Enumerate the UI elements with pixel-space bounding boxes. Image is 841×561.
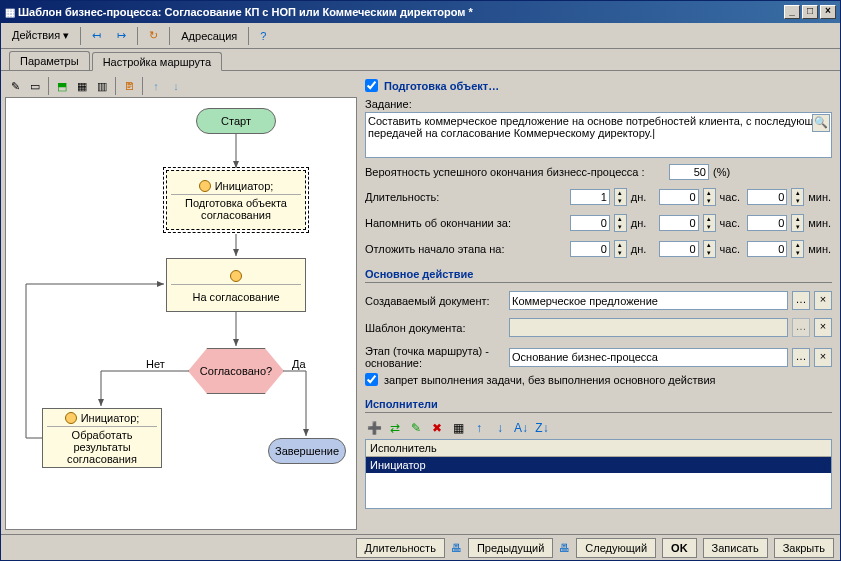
pointer-icon[interactable]: ✎: [6, 77, 24, 95]
prepare-checkbox[interactable]: [365, 79, 378, 92]
task-label: Задание:: [365, 98, 832, 110]
task-textarea[interactable]: Составить коммерческое предложение на ос…: [365, 112, 832, 158]
nav-back-icon[interactable]: ↤: [85, 26, 108, 45]
refresh-icon[interactable]: ↻: [142, 26, 165, 45]
actions-menu[interactable]: Действия ▾: [5, 26, 76, 45]
spinner[interactable]: ▴▾: [703, 188, 716, 206]
tree-icon[interactable]: 🖹: [120, 77, 138, 95]
document-input[interactable]: [509, 291, 788, 310]
sort-asc-icon[interactable]: A↓: [512, 419, 530, 437]
stage-input[interactable]: [509, 348, 788, 367]
node-results[interactable]: Инициатор; Обработать результаты согласо…: [42, 408, 162, 468]
spinner[interactable]: ▴▾: [791, 188, 804, 206]
prepare-label: Подготовка объект…: [384, 80, 499, 92]
spinner[interactable]: ▴▾: [614, 240, 627, 258]
clear-icon[interactable]: ×: [814, 318, 832, 337]
add-node-icon[interactable]: ⬒: [53, 77, 71, 95]
node-decision[interactable]: Согласовано?: [188, 348, 284, 394]
spinner[interactable]: ▴▾: [614, 214, 627, 232]
clear-icon[interactable]: ×: [814, 348, 832, 367]
canvas-toolbar: ✎ ▭ ⬒ ▦ ▥ 🖹 ↑ ↓: [5, 75, 357, 97]
duration-label: Длительность:: [365, 191, 566, 203]
probability-label: Вероятность успешного окончания бизнесс-…: [365, 166, 665, 178]
select-icon[interactable]: ▭: [26, 77, 44, 95]
post-days[interactable]: [570, 241, 610, 257]
executors-toolbar: ➕ ⇄ ✎ ✖ ▦ ↑ ↓ A↓ Z↓: [365, 417, 832, 439]
person-icon: [65, 412, 77, 424]
tab-route[interactable]: Настройка маршрута: [92, 52, 222, 71]
section-main-action: Основное действие: [365, 268, 832, 283]
flow-canvas[interactable]: Старт Инициатор; Подготовка объекта согл…: [5, 97, 357, 530]
arrow-up-icon[interactable]: ↑: [147, 77, 165, 95]
stage-label: Этап (точка маршрута) - основание:: [365, 345, 505, 369]
forbid-checkbox[interactable]: [365, 373, 378, 386]
edit-row-icon[interactable]: ✎: [407, 419, 425, 437]
sort-desc-icon[interactable]: Z↓: [533, 419, 551, 437]
printer-icon: 🖶: [451, 542, 462, 554]
dur-days[interactable]: [570, 189, 610, 205]
person-icon: [199, 180, 211, 192]
template-label: Шаблон документа:: [365, 322, 505, 334]
spinner[interactable]: ▴▾: [791, 240, 804, 258]
ok-button[interactable]: OK: [662, 538, 697, 558]
rem-mins[interactable]: [747, 215, 787, 231]
spinner[interactable]: ▴▾: [791, 214, 804, 232]
label-yes: Да: [292, 358, 306, 370]
spinner[interactable]: ▴▾: [703, 214, 716, 232]
template-input: [509, 318, 788, 337]
dur-hours[interactable]: [659, 189, 699, 205]
expand-icon[interactable]: 🔍: [812, 114, 830, 132]
titlebar: ▦ Шаблон бизнес-процесса: Согласование К…: [1, 1, 840, 23]
maximize-button[interactable]: □: [802, 5, 818, 19]
grid-header: Исполнитель: [366, 440, 831, 457]
forbid-label: запрет выполнения задачи, без выполнения…: [384, 374, 715, 386]
rem-days[interactable]: [570, 215, 610, 231]
grid-icon[interactable]: ▦: [73, 77, 91, 95]
probability-input[interactable]: [669, 164, 709, 180]
help-icon[interactable]: ?: [253, 27, 273, 45]
move-up-icon[interactable]: ↑: [470, 419, 488, 437]
insert-row-icon[interactable]: ⇄: [386, 419, 404, 437]
post-hours[interactable]: [659, 241, 699, 257]
copy-row-icon[interactable]: ▦: [449, 419, 467, 437]
rem-hours[interactable]: [659, 215, 699, 231]
spinner[interactable]: ▴▾: [614, 188, 627, 206]
addressing-button[interactable]: Адресация: [174, 27, 244, 45]
post-mins[interactable]: [747, 241, 787, 257]
tab-parameters[interactable]: Параметры: [9, 51, 90, 70]
layout-icon[interactable]: ▥: [93, 77, 111, 95]
duration-button[interactable]: Длительность: [356, 538, 445, 558]
node-initiator[interactable]: Инициатор; Подготовка объекта согласован…: [166, 170, 306, 230]
clear-icon[interactable]: ×: [814, 291, 832, 310]
arrow-down-icon[interactable]: ↓: [167, 77, 185, 95]
label-no: Нет: [146, 358, 165, 370]
document-label: Создаваемый документ:: [365, 295, 505, 307]
minimize-button[interactable]: _: [784, 5, 800, 19]
select-icon[interactable]: …: [792, 291, 810, 310]
delete-row-icon[interactable]: ✖: [428, 419, 446, 437]
node-approval[interactable]: На согласование: [166, 258, 306, 312]
save-button[interactable]: Записать: [703, 538, 768, 558]
grid-row-selected[interactable]: Инициатор: [366, 457, 831, 473]
node-start[interactable]: Старт: [196, 108, 276, 134]
reminder-label: Напомнить об окончании за:: [365, 217, 566, 229]
footer-bar: Длительность 🖶 Предыдущий 🖶 Следующий OK…: [1, 534, 840, 560]
move-down-icon[interactable]: ↓: [491, 419, 509, 437]
node-end[interactable]: Завершение: [268, 438, 346, 464]
executors-grid[interactable]: Исполнитель Инициатор: [365, 439, 832, 509]
next-button[interactable]: Следующий: [576, 538, 656, 558]
add-row-icon[interactable]: ➕: [365, 419, 383, 437]
nav-forward-icon[interactable]: ↦: [110, 26, 133, 45]
close-button[interactable]: ×: [820, 5, 836, 19]
printer-icon: 🖶: [559, 542, 570, 554]
dur-mins[interactable]: [747, 189, 787, 205]
window-title: Шаблон бизнес-процесса: Согласование КП …: [18, 6, 473, 18]
prev-button[interactable]: Предыдущий: [468, 538, 553, 558]
main-toolbar: Действия ▾ ↤ ↦ ↻ Адресация ?: [1, 23, 840, 49]
postpone-label: Отложить начало этапа на:: [365, 243, 566, 255]
select-icon[interactable]: …: [792, 348, 810, 367]
tab-bar: Параметры Настройка маршрута: [1, 49, 840, 71]
properties-panel: Подготовка объект… Задание: Составить ко…: [361, 75, 836, 530]
spinner[interactable]: ▴▾: [703, 240, 716, 258]
close-window-button[interactable]: Закрыть: [774, 538, 834, 558]
